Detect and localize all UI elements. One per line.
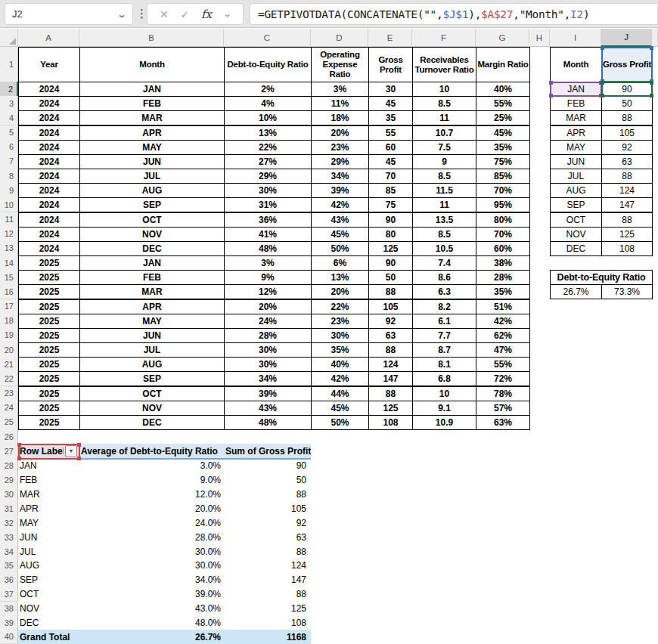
cell-B36[interactable]: 34.0%: [79, 573, 224, 587]
cell-C30[interactable]: 88: [224, 488, 311, 502]
cell-E20[interactable]: 88: [368, 342, 413, 358]
cell-A34[interactable]: JUL: [18, 544, 79, 559]
cell-E16[interactable]: 88: [368, 284, 413, 299]
cell-F15[interactable]: 8.6: [412, 270, 476, 285]
cell-D3[interactable]: 11%: [311, 96, 369, 111]
cell-I11[interactable]: OCT: [550, 212, 602, 228]
cell-F22[interactable]: 6.8: [412, 371, 476, 386]
cell-D9[interactable]: 39%: [311, 183, 369, 198]
cell-B16[interactable]: MAR: [79, 284, 225, 299]
cell-C29[interactable]: 50: [224, 473, 311, 488]
cell-E25[interactable]: 108: [368, 415, 413, 430]
row-header-33[interactable]: 33: [0, 530, 18, 545]
cell-C39[interactable]: 108: [224, 615, 311, 630]
cell-C18[interactable]: 24%: [224, 314, 312, 329]
cell-F17[interactable]: 8.2: [412, 299, 476, 314]
cell-B30[interactable]: 12.0%: [79, 488, 224, 502]
cell-B5[interactable]: APR: [79, 125, 225, 141]
cell-B28[interactable]: 3.0%: [79, 459, 224, 473]
row-header-38[interactable]: 38: [0, 602, 18, 617]
cell-A23[interactable]: 2025: [18, 386, 80, 401]
cell-B19[interactable]: JUN: [79, 328, 225, 343]
cell-C2[interactable]: 2%: [224, 82, 312, 97]
cell-F20[interactable]: 8.7: [412, 342, 476, 358]
cell-A12[interactable]: 2024: [18, 227, 80, 242]
cell-D2[interactable]: 3%: [311, 82, 369, 97]
row-header-27[interactable]: 27: [0, 444, 18, 460]
row-header-11[interactable]: 11: [0, 212, 18, 228]
row-header-13[interactable]: 13: [0, 241, 18, 256]
row-header-6[interactable]: 6: [0, 140, 18, 155]
cell-F19[interactable]: 7.7: [412, 328, 476, 343]
cell-A39[interactable]: DEC: [18, 615, 79, 630]
row-header-5[interactable]: 5: [0, 125, 18, 141]
row-header-16[interactable]: 16: [0, 284, 18, 299]
cell-F3[interactable]: 8.5: [412, 96, 476, 111]
cell-C31[interactable]: 105: [224, 502, 311, 516]
cell-G6[interactable]: 35%: [476, 140, 530, 155]
cell-B25[interactable]: DEC: [79, 415, 225, 430]
cell-B7[interactable]: JUN: [79, 154, 225, 169]
cell-C12[interactable]: 41%: [224, 227, 312, 242]
cell-G15[interactable]: 28%: [476, 270, 530, 285]
row-header-37[interactable]: 37: [0, 587, 18, 602]
cell-F12[interactable]: 8.5: [412, 227, 476, 242]
cell-J12[interactable]: 125: [601, 227, 653, 242]
cell-C11[interactable]: 36%: [224, 212, 312, 228]
cell-A38[interactable]: NOV: [18, 602, 79, 616]
cell-C1[interactable]: Debt-to-Equity Ratio: [224, 47, 312, 82]
cell-E5[interactable]: 55: [368, 125, 413, 141]
column-header-D[interactable]: D: [311, 29, 368, 47]
cell-D11[interactable]: 43%: [311, 212, 369, 228]
cell-F23[interactable]: 10: [412, 386, 476, 401]
row-header-15[interactable]: 15: [0, 270, 18, 285]
cell-J4[interactable]: 88: [601, 110, 653, 125]
cell-C38[interactable]: 125: [224, 602, 311, 616]
cell-F25[interactable]: 10.9: [412, 415, 476, 430]
cell-G5[interactable]: 45%: [476, 125, 530, 141]
cell-I3[interactable]: FEB: [550, 96, 602, 111]
cell-F7[interactable]: 9: [412, 154, 476, 169]
ellipsis-icon[interactable]: ⋮: [136, 7, 147, 20]
cell-G21[interactable]: 55%: [476, 357, 530, 372]
row-header-32[interactable]: 32: [0, 516, 18, 531]
cell-E13[interactable]: 125: [368, 241, 413, 256]
cell-B3[interactable]: FEB: [79, 96, 225, 111]
cell-D12[interactable]: 45%: [311, 227, 369, 242]
cell-A8[interactable]: 2024: [18, 169, 80, 184]
column-header-A[interactable]: A: [18, 29, 79, 47]
cell-C3[interactable]: 4%: [224, 96, 312, 111]
cell-G23[interactable]: 78%: [476, 386, 530, 401]
cell-B32[interactable]: 24.0%: [79, 516, 224, 530]
cell-F11[interactable]: 13.5: [412, 212, 476, 228]
cell-D13[interactable]: 50%: [311, 241, 369, 256]
cell-C40[interactable]: 1168: [224, 630, 311, 644]
cell-J11[interactable]: 88: [601, 212, 653, 228]
cell-E21[interactable]: 124: [368, 357, 413, 372]
cell-G18[interactable]: 42%: [476, 314, 530, 329]
row-header-18[interactable]: 18: [0, 314, 18, 329]
cell-I15-merged[interactable]: Debt-to-Equity Ratio: [550, 270, 653, 285]
cell-E1[interactable]: Gross Profit: [368, 47, 413, 82]
cell-J13[interactable]: 108: [601, 241, 653, 256]
cell-A11[interactable]: 2024: [18, 212, 80, 228]
cell-C35[interactable]: 124: [224, 559, 311, 573]
column-header-C[interactable]: C: [224, 29, 311, 47]
cell-G4[interactable]: 25%: [476, 110, 530, 125]
cell-A18[interactable]: 2025: [18, 314, 80, 329]
cell-D19[interactable]: 30%: [311, 328, 369, 343]
cell-A7[interactable]: 2024: [18, 154, 80, 169]
row-header-3[interactable]: 3: [0, 96, 18, 111]
cell-G11[interactable]: 80%: [476, 212, 530, 228]
cell-C10[interactable]: 31%: [224, 197, 312, 212]
cell-B17[interactable]: APR: [79, 299, 225, 314]
cell-F8[interactable]: 8.5: [412, 169, 476, 184]
cell-D21[interactable]: 40%: [311, 357, 369, 372]
column-header-B[interactable]: B: [79, 29, 224, 47]
cell-B18[interactable]: MAY: [79, 314, 225, 329]
cell-F10[interactable]: 11: [412, 197, 476, 212]
cell-J8[interactable]: 88: [601, 169, 653, 184]
cell-B13[interactable]: DEC: [79, 241, 225, 256]
cell-G2[interactable]: 40%: [476, 82, 530, 97]
row-header-36[interactable]: 36: [0, 573, 18, 588]
